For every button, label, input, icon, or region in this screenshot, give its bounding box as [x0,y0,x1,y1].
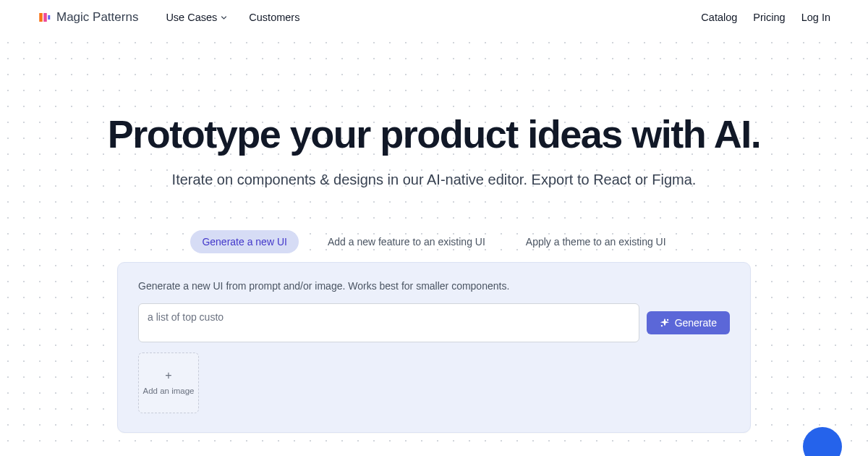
generate-button[interactable]: Generate [647,311,730,334]
tab-apply-theme[interactable]: Apply a theme to an existing UI [514,230,678,253]
sparkle-icon [660,318,670,328]
svg-point-0 [667,320,668,321]
nav-catalog[interactable]: Catalog [701,12,737,23]
nav-customers[interactable]: Customers [249,12,299,23]
nav-right-group: Catalog Pricing Log In [701,12,830,23]
svg-point-1 [661,326,662,326]
hero-title: Prototype your product ideas with AI. [0,113,868,156]
mode-tabs: Generate a new UI Add a new feature to a… [0,230,868,253]
generate-label: Generate [675,317,717,329]
nav-pricing[interactable]: Pricing [753,12,785,23]
tab-generate-new[interactable]: Generate a new UI [190,230,299,253]
chevron-down-icon [221,14,227,21]
input-row: a list of top custo Generate [138,303,730,342]
plus-icon: + [165,370,171,381]
add-image-button[interactable]: + Add an image [138,352,199,413]
nav-use-cases[interactable]: Use Cases [166,12,227,23]
top-nav: Magic Patterns Use Cases Customers Catal… [0,0,868,35]
brand-name: Magic Patterns [56,10,138,25]
prompt-input[interactable]: a list of top custo [138,303,639,342]
nav-item-label: Customers [249,12,299,23]
logo[interactable]: Magic Patterns [38,10,138,25]
add-image-label: Add an image [143,386,195,397]
hero: Prototype your product ideas with AI. It… [0,35,868,433]
generate-panel: Generate a new UI from prompt and/or ima… [117,262,751,433]
hero-subtitle: Iterate on components & designs in our A… [0,172,868,188]
panel-description: Generate a new UI from prompt and/or ima… [138,280,730,292]
nav-item-label: Use Cases [166,12,217,23]
logo-icon [38,11,51,24]
nav-left-group: Use Cases Customers [166,12,299,23]
tab-add-feature[interactable]: Add a new feature to an existing UI [316,230,497,253]
nav-login[interactable]: Log In [801,12,830,23]
